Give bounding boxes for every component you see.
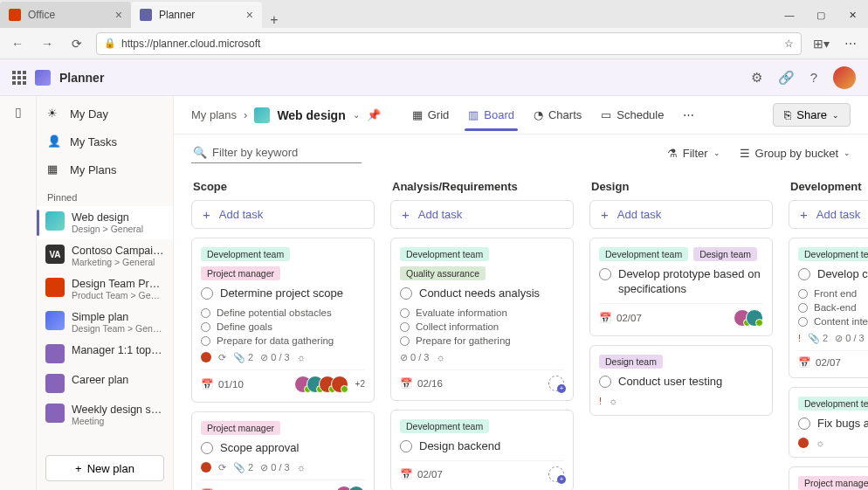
plan-subtitle: Marketing > General bbox=[72, 257, 164, 267]
complete-radio[interactable] bbox=[599, 376, 611, 388]
checklist-radio[interactable] bbox=[201, 336, 210, 346]
checklist-radio[interactable] bbox=[201, 322, 210, 332]
filter-row: 🔍 Filter by keyword ⚗Filter⌄ ☰Group by b… bbox=[174, 135, 868, 171]
task-tag: Project manager bbox=[201, 421, 280, 435]
pin-icon[interactable]: 📌 bbox=[367, 108, 381, 121]
settings-icon[interactable]: ⚙ bbox=[751, 70, 762, 86]
complete-radio[interactable] bbox=[201, 287, 213, 300]
due-date: 02/07 bbox=[417, 469, 443, 480]
close-window-button[interactable]: ✕ bbox=[837, 2, 868, 28]
task-card[interactable]: Development teamProject managerDetermine… bbox=[191, 238, 375, 403]
app-launcher-icon[interactable] bbox=[12, 71, 26, 85]
status-dot-icon bbox=[798, 438, 809, 448]
new-tab-button[interactable]: + bbox=[262, 12, 286, 28]
close-icon[interactable]: × bbox=[246, 9, 253, 21]
add-task-button[interactable]: +Add task bbox=[191, 200, 375, 229]
checklist-count: ⊘ 0 / 3 bbox=[400, 352, 429, 363]
chevron-down-icon: ⌄ bbox=[713, 148, 720, 157]
maximize-button[interactable]: ▢ bbox=[805, 2, 837, 28]
calendar-icon: 📅 bbox=[201, 378, 213, 390]
avatar[interactable] bbox=[746, 309, 763, 327]
nav-label: My Tasks bbox=[70, 135, 117, 148]
task-card[interactable]: Design teamConduct user testing!☼ bbox=[589, 345, 773, 416]
back-button[interactable]: ← bbox=[7, 37, 28, 51]
view-charts[interactable]: ◔Charts bbox=[530, 100, 585, 130]
task-card[interactable]: Development teamDFix bugs and polis☼ bbox=[789, 387, 868, 458]
sidebar-plan[interactable]: Simple planDesign Team > General bbox=[37, 306, 173, 339]
task-card[interactable]: Development teamQuality assuranceConduct… bbox=[390, 238, 574, 401]
help-icon[interactable]: ? bbox=[810, 70, 817, 85]
filter-input[interactable]: 🔍 Filter by keyword bbox=[191, 142, 362, 163]
minimize-button[interactable]: — bbox=[774, 2, 805, 28]
groupby-button[interactable]: ☰Group by bucket⌄ bbox=[740, 147, 851, 160]
checklist-item: Front end bbox=[798, 288, 868, 299]
avatar-overflow[interactable]: +2 bbox=[355, 379, 365, 389]
plan-subtitle: Meeting bbox=[72, 416, 164, 426]
plus-icon: + bbox=[601, 207, 609, 222]
forward-button[interactable]: → bbox=[37, 37, 58, 51]
task-card[interactable]: Development teamDesign backend📅02/07 bbox=[390, 410, 574, 490]
share-button[interactable]: ⎘ Share ⌄ bbox=[773, 103, 851, 127]
sidebar-plan[interactable]: Design Team ProjectsProduct Team > Gener… bbox=[37, 273, 173, 306]
view-grid[interactable]: ▦Grid bbox=[409, 100, 453, 130]
task-card[interactable]: Development teamDevelop code forFront en… bbox=[789, 238, 868, 378]
extensions-button[interactable]: ⊞▾ bbox=[810, 37, 831, 51]
add-task-button[interactable]: +Add task bbox=[589, 200, 773, 229]
sidebar-plan[interactable]: VA Contoso CampaignMarketing > General bbox=[37, 239, 173, 273]
sidebar-plan[interactable]: Manager 1:1 topics bbox=[37, 339, 173, 369]
avatar[interactable] bbox=[348, 486, 365, 490]
checklist-radio[interactable] bbox=[400, 308, 410, 318]
browser-tab-office[interactable]: Office × bbox=[0, 2, 131, 28]
app-name: Planner bbox=[59, 71, 104, 85]
view-board[interactable]: ▥Board bbox=[465, 100, 518, 130]
board-column: Design +Add taskDevelopment teamDesign t… bbox=[589, 176, 773, 485]
assign-button[interactable] bbox=[548, 466, 564, 482]
browser-tab-planner[interactable]: Planner × bbox=[131, 2, 262, 28]
view-more[interactable]: ⋯ bbox=[679, 100, 698, 130]
sidebar-plan[interactable]: Weekly design syncMeeting bbox=[37, 398, 173, 431]
sidebar-plan[interactable]: Web designDesign > General bbox=[37, 206, 173, 239]
complete-radio[interactable] bbox=[400, 440, 412, 452]
nav-my-plans[interactable]: ▦ My Plans bbox=[37, 155, 173, 183]
avatar[interactable] bbox=[331, 376, 348, 393]
plan-name: Simple plan bbox=[72, 311, 164, 323]
reload-button[interactable]: ⟳ bbox=[66, 37, 87, 51]
task-title: Determine project scope bbox=[220, 286, 343, 301]
add-task-button[interactable]: +Add task bbox=[390, 200, 574, 229]
star-icon[interactable]: ☆ bbox=[784, 38, 794, 50]
checklist-item: Define goals bbox=[201, 321, 365, 332]
tab-title: Planner bbox=[159, 9, 195, 21]
user-avatar[interactable] bbox=[833, 66, 856, 89]
close-icon[interactable]: × bbox=[115, 9, 122, 21]
add-task-button[interactable]: +Add task bbox=[789, 200, 868, 229]
task-card[interactable]: Development teamDesign teamDevelop proto… bbox=[589, 238, 773, 336]
complete-radio[interactable] bbox=[201, 442, 213, 454]
plan-subtitle: Design > General bbox=[72, 224, 143, 234]
sidebar: ☀ My Day 👤 My Tasks ▦ My Plans Pinned We… bbox=[37, 96, 174, 490]
complete-radio[interactable] bbox=[599, 268, 611, 280]
menu-button[interactable]: ⋯ bbox=[840, 37, 861, 51]
checklist-radio[interactable] bbox=[798, 289, 808, 299]
filter-button[interactable]: ⚗Filter⌄ bbox=[667, 147, 720, 160]
breadcrumb-root[interactable]: My plans bbox=[191, 108, 237, 121]
assign-button[interactable] bbox=[548, 376, 564, 391]
nav-my-day[interactable]: ☀ My Day bbox=[37, 100, 173, 128]
checklist-radio[interactable] bbox=[400, 322, 410, 332]
complete-radio[interactable] bbox=[798, 418, 810, 430]
rail-collapse-icon[interactable]: ▯ bbox=[15, 105, 22, 119]
view-schedule[interactable]: ▭Schedule bbox=[597, 100, 667, 130]
new-plan-button[interactable]: + New plan bbox=[45, 455, 164, 481]
checklist-radio[interactable] bbox=[798, 317, 808, 327]
complete-radio[interactable] bbox=[798, 268, 810, 280]
task-card[interactable]: Project managerDev bbox=[789, 466, 868, 490]
checklist-radio[interactable] bbox=[400, 336, 410, 346]
checklist-radio[interactable] bbox=[798, 303, 808, 313]
url-field[interactable]: 🔒 https://planner.cloud.microsoft ☆ bbox=[96, 32, 802, 55]
checklist-radio[interactable] bbox=[201, 308, 210, 318]
task-card[interactable]: Project managerScope approval⟳📎 2⊘ 0 / 3… bbox=[191, 411, 375, 490]
sidebar-plan[interactable]: Career plan bbox=[37, 369, 173, 398]
chevron-down-icon[interactable]: ⌄ bbox=[353, 110, 360, 120]
link-icon[interactable]: 🔗 bbox=[778, 70, 795, 86]
complete-radio[interactable] bbox=[400, 287, 412, 300]
nav-my-tasks[interactable]: 👤 My Tasks bbox=[37, 128, 173, 155]
